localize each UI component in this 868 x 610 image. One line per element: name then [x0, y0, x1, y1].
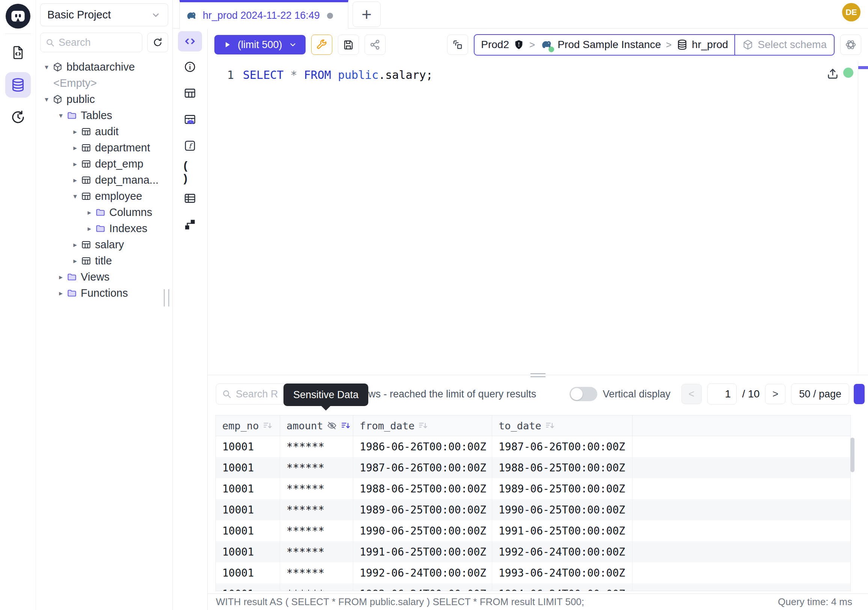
upload-icon[interactable] — [826, 67, 840, 81]
tree-expand-arrow[interactable]: ▾ — [56, 111, 66, 120]
sort-icon[interactable] — [418, 420, 428, 431]
table-cell[interactable]: 1994-06-24T00:00:00Z — [492, 583, 632, 591]
sensitive-tables-panel-button[interactable] — [184, 113, 196, 126]
sidebar-search[interactable] — [40, 33, 142, 52]
sql-code-line[interactable]: SELECT * FROM public.salary; — [234, 68, 433, 373]
table-cell[interactable]: ****** — [280, 499, 353, 520]
tree-expand-arrow[interactable]: ▸ — [70, 127, 81, 136]
tree-item[interactable]: ▸ department — [36, 140, 172, 156]
tree-expand-arrow[interactable]: ▸ — [70, 241, 81, 249]
avatar[interactable]: DE — [842, 3, 860, 22]
tree-item[interactable]: ▸ title — [36, 253, 172, 269]
table-cell[interactable]: 1991-06-25T00:00:00Z — [353, 541, 492, 562]
table-cell[interactable]: 1990-06-25T00:00:00Z — [353, 520, 492, 541]
tree-expand-arrow[interactable]: ▸ — [56, 289, 66, 298]
tree-item[interactable]: ▸ Indexes — [36, 220, 172, 237]
table-cell[interactable]: 1992-06-24T00:00:00Z — [353, 562, 492, 583]
table-cell[interactable]: 1988-06-25T00:00:00Z — [492, 457, 632, 478]
sort-icon[interactable] — [262, 420, 273, 431]
tree-item[interactable]: ▾ Tables — [36, 107, 172, 124]
table-row[interactable]: 10001******1987-06-26T00:00:00Z1988-06-2… — [216, 457, 850, 478]
vertical-display-toggle[interactable] — [570, 387, 597, 401]
connection-path[interactable]: Prod2 > Prod Sample Instance > hr_prod — [474, 35, 734, 55]
tree-expand-arrow[interactable]: ▸ — [70, 176, 81, 185]
column-header-emp_no[interactable]: emp_no — [216, 416, 280, 436]
table-cell[interactable]: ****** — [280, 583, 353, 591]
table-cell[interactable]: 10001 — [216, 457, 280, 478]
run-query-button[interactable]: (limit 500) — [214, 35, 305, 54]
splitter-handle-icon[interactable] — [530, 373, 546, 377]
table-cell[interactable]: ****** — [280, 562, 353, 583]
tree-expand-arrow[interactable]: ▸ — [84, 224, 95, 233]
table-cell[interactable]: 1989-06-25T00:00:00Z — [492, 478, 632, 499]
format-sql-button[interactable] — [311, 34, 332, 55]
table-cell[interactable]: ****** — [280, 541, 353, 562]
code-panel-button[interactable] — [178, 31, 202, 51]
table-cell[interactable]: 10001 — [216, 436, 280, 457]
tree-item[interactable]: ▸ salary — [36, 237, 172, 253]
table-cell[interactable]: ****** — [280, 436, 353, 457]
column-header-from_date[interactable]: from_date — [353, 416, 492, 436]
table-row[interactable]: 10001******1992-06-24T00:00:00Z1993-06-2… — [216, 562, 850, 583]
table-cell[interactable]: 1990-06-25T00:00:00Z — [492, 499, 632, 520]
project-select[interactable]: Basic Project — [40, 3, 168, 26]
share-sheet-button[interactable] — [364, 34, 386, 55]
rail-history-button[interactable] — [5, 104, 31, 130]
tree-item[interactable]: ▸ Functions — [36, 285, 172, 301]
results-scrollbar[interactable] — [850, 438, 854, 472]
table-row[interactable]: 10001******1989-06-25T00:00:00Z1990-06-2… — [216, 499, 850, 520]
table-cell[interactable]: 1989-06-25T00:00:00Z — [353, 499, 492, 520]
table-cell[interactable]: 1993-06-24T00:00:00Z — [492, 562, 632, 583]
table-cell[interactable]: ****** — [280, 478, 353, 499]
column-header-to_date[interactable]: to_date — [492, 416, 632, 436]
column-header-amount[interactable]: amount — [280, 416, 353, 436]
tree-item[interactable]: ▸ audit — [36, 124, 172, 140]
page-number-input[interactable]: 1 — [707, 383, 736, 405]
sort-icon[interactable] — [545, 420, 555, 431]
table-cell[interactable]: 10001 — [216, 478, 280, 499]
table-row[interactable]: 10001******1993-06-24T00:00:00Z1994-06-2… — [216, 583, 850, 591]
tree-item[interactable]: ▾ public — [36, 91, 172, 107]
tree-expand-arrow[interactable]: ▸ — [84, 208, 95, 217]
table-cell[interactable]: ****** — [280, 457, 353, 478]
table-cell[interactable]: 1988-06-25T00:00:00Z — [353, 478, 492, 499]
sidebar-resize-handle[interactable] — [164, 289, 169, 306]
rail-database-button[interactable] — [5, 72, 31, 98]
table-cell[interactable]: 10001 — [216, 562, 280, 583]
sort-icon[interactable] — [341, 420, 351, 431]
table-cell[interactable]: 1993-06-24T00:00:00Z — [353, 583, 492, 591]
schema-diagram-button[interactable] — [184, 218, 196, 231]
tree-expand-arrow[interactable]: ▾ — [70, 192, 81, 200]
table-cell[interactable]: 10001 — [216, 583, 280, 591]
ai-assistant-button[interactable] — [840, 34, 861, 55]
table-cell[interactable]: 1987-06-26T00:00:00Z — [492, 436, 632, 457]
tab-hr-prod[interactable]: hr_prod 2024-11-22 16:49 — [180, 0, 349, 29]
tree-expand-arrow[interactable]: ▾ — [41, 63, 52, 71]
tree-item[interactable]: <Empty> — [36, 75, 172, 91]
parameters-panel-button[interactable]: ( ) — [184, 166, 196, 178]
tree-expand-arrow[interactable]: ▸ — [70, 256, 81, 265]
sidebar-search-input[interactable] — [59, 37, 137, 48]
table-cell[interactable]: 1986-06-26T00:00:00Z — [353, 436, 492, 457]
page-size-select[interactable]: 50 / page — [791, 383, 849, 405]
tree-expand-arrow[interactable]: ▾ — [41, 95, 52, 104]
tree-item[interactable]: ▾ employee — [36, 188, 172, 204]
table-cell[interactable]: 1991-06-25T00:00:00Z — [492, 520, 632, 541]
tree-item[interactable]: ▸ dept_emp — [36, 156, 172, 172]
table-cell[interactable]: 10001 — [216, 541, 280, 562]
schema-select[interactable]: Select schema — [734, 35, 834, 55]
tables-panel-button[interactable] — [184, 87, 196, 99]
table-row[interactable]: 10001******1990-06-25T00:00:00Z1991-06-2… — [216, 520, 850, 541]
tree-item[interactable]: ▾ bbdataarchive — [36, 59, 172, 75]
tree-item[interactable]: ▸ Columns — [36, 204, 172, 220]
sql-editor[interactable]: 1 SELECT * FROM public.salary; — [208, 61, 868, 373]
panel-splitter[interactable] — [208, 373, 868, 377]
table-cell[interactable]: 10001 — [216, 499, 280, 520]
table-row[interactable]: 10001******1988-06-25T00:00:00Z1989-06-2… — [216, 478, 850, 499]
rail-worksheet-button[interactable] — [5, 40, 31, 65]
refresh-schema-button[interactable] — [147, 33, 168, 52]
tree-expand-arrow[interactable]: ▸ — [70, 143, 81, 152]
results-body[interactable]: 10001******1986-06-26T00:00:00Z1987-06-2… — [216, 436, 850, 591]
tree-item[interactable]: ▸ dept_mana... — [36, 172, 172, 188]
rows-panel-button[interactable] — [184, 192, 196, 205]
